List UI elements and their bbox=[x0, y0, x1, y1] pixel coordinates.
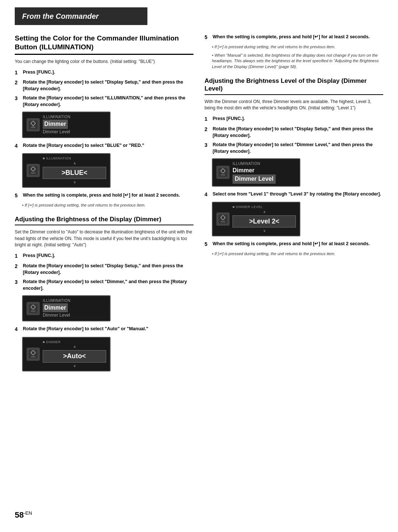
dimmer-step-1: 1 Press [FUNC.]. bbox=[15, 253, 193, 260]
svg-rect-21 bbox=[31, 310, 35, 312]
dimmer-level-step-4: 4 Select one from "Level 1" through "Lev… bbox=[205, 191, 383, 198]
dimmer-level-step-5: 5 When the setting is complete, press an… bbox=[205, 241, 383, 248]
illumination-display-1: ILLUMINATION Dimmer Dimmer Level bbox=[22, 112, 111, 138]
svg-rect-14 bbox=[31, 172, 35, 174]
step-number: 3 bbox=[15, 279, 21, 286]
display-icon bbox=[27, 302, 40, 315]
dimmer-level-title: Adjusting the Brightness Level of the Di… bbox=[205, 77, 383, 95]
step-number: 3 bbox=[15, 95, 21, 102]
dimmer-level-display-1: ILLUMINATION Dimmer Dimmer Level bbox=[212, 158, 300, 187]
display-icon bbox=[27, 348, 40, 361]
step-number: 1 bbox=[205, 116, 211, 123]
display-content: ILLUMINATION Dimmer Dimmer Level bbox=[43, 298, 106, 318]
step-number: 5 bbox=[205, 34, 211, 41]
color-setting-title: Setting the Color for the Commander Illu… bbox=[15, 34, 193, 55]
display-bottom: Dimmer Level bbox=[43, 312, 106, 318]
select-label: ■ DIMMER bbox=[43, 340, 106, 345]
display-icon bbox=[27, 118, 40, 131]
step-text: When the setting is complete, press and … bbox=[213, 34, 370, 40]
step-text: Rotate the [Rotary encoder] to select "I… bbox=[23, 95, 193, 108]
display-icon bbox=[216, 166, 230, 179]
arrow-up: ∧ bbox=[43, 161, 106, 166]
svg-rect-28 bbox=[31, 356, 35, 357]
svg-rect-42 bbox=[221, 221, 225, 222]
left-column: Setting the Color for the Commander Illu… bbox=[15, 34, 193, 376]
dimmer-level-display-2: ■ DIMMER LEVEL ∧ >Level 2< ∨ bbox=[212, 202, 300, 236]
right-column: 5 When the setting is complete, press an… bbox=[205, 34, 383, 376]
step-text: Press [FUNC.]. bbox=[213, 116, 245, 122]
svg-rect-6 bbox=[31, 127, 35, 128]
illumination-display-2: ■ ILLUMINATION ∧ >BLUE< ∨ bbox=[22, 153, 111, 188]
color-step-5-right: 5 When the setting is complete, press an… bbox=[205, 34, 383, 41]
color-step-2: 2 Rotate the [Rotary encoder] to select … bbox=[15, 79, 193, 92]
display-content: ILLUMINATION Dimmer Dimmer Level bbox=[233, 161, 296, 184]
right-note-2: When "Manual" is selected, the brightnes… bbox=[212, 53, 383, 70]
dimmer-step-2: 2 Rotate the [Rotary encoder] to select … bbox=[15, 263, 193, 276]
step-text: Rotate the [Rotary encoder] to select "B… bbox=[23, 142, 144, 149]
select-value: >BLUE< bbox=[43, 167, 106, 179]
arrow-down: ∨ bbox=[43, 363, 106, 369]
step-number: 4 bbox=[205, 191, 211, 198]
page: From the Commander Setting the Color for… bbox=[0, 0, 398, 532]
dimmer-level-step-3: 3 Rotate the [Rotary encoder] to select … bbox=[205, 142, 383, 155]
step-text: Press [FUNC.]. bbox=[23, 253, 55, 259]
select-value: >Level 2< bbox=[233, 215, 296, 228]
arrow-up: ∧ bbox=[233, 209, 296, 215]
dimmer-level-step-1: 1 Press [FUNC.]. bbox=[205, 116, 383, 123]
display-bottom: Dimmer Level bbox=[43, 129, 106, 135]
dimmer-title: Adjusting the Brightness of the Display … bbox=[15, 215, 193, 225]
dimmer-display-1: ILLUMINATION Dimmer Dimmer Level bbox=[22, 295, 111, 321]
dimmer-intro: Set the Dimmer control to "Auto" to decr… bbox=[15, 229, 193, 248]
step-text: Press [FUNC.]. bbox=[23, 69, 55, 76]
display-main: Dimmer bbox=[43, 303, 68, 312]
header-banner: From the Commander bbox=[15, 7, 147, 25]
dimmer-display-2: ■ DIMMER ∧ >Auto< ∨ bbox=[22, 337, 111, 371]
step-number: 2 bbox=[205, 126, 211, 133]
two-column-layout: Setting the Color for the Commander Illu… bbox=[15, 34, 383, 376]
step-text: Rotate the [Rotary encoder] to select "D… bbox=[23, 263, 193, 276]
color-note-1: If [↵] is pressed during setting, the un… bbox=[22, 202, 193, 208]
svg-rect-35 bbox=[221, 174, 225, 176]
dimmer-level-intro: With the Dimmer control ON, three Dimmer… bbox=[205, 99, 383, 112]
step-text: Rotate the [Rotary encoder] to select "D… bbox=[213, 126, 383, 139]
step-text: Rotate the [Rotary encoder] to select "D… bbox=[23, 79, 193, 92]
step-text: Rotate the [Rotary encoder] to select "D… bbox=[23, 279, 193, 292]
arrow-up: ∧ bbox=[43, 344, 106, 349]
dimmer-step-4: 4 Rotate the [Rotary encoder] to select … bbox=[15, 326, 193, 333]
step-text: Rotate the [Rotary encoder] to select "A… bbox=[23, 326, 148, 332]
step-text: When the setting is complete, press and … bbox=[213, 241, 370, 247]
step-text: When the setting is complete, press and … bbox=[23, 192, 180, 199]
display-icon bbox=[216, 212, 230, 226]
page-number: 58-EN bbox=[15, 510, 32, 521]
right-note-1: If [↵] is pressed during setting, the un… bbox=[212, 44, 383, 50]
arrow-down: ∨ bbox=[233, 228, 296, 233]
step-number: 1 bbox=[15, 253, 21, 260]
step-number: 3 bbox=[205, 142, 211, 149]
step-text: Rotate the [Rotary encoder] to select "D… bbox=[213, 142, 383, 155]
display-label: ILLUMINATION bbox=[233, 161, 296, 166]
display-label: ILLUMINATION bbox=[43, 114, 106, 120]
dimmer-step-3: 3 Rotate the [Rotary encoder] to select … bbox=[15, 279, 193, 292]
select-value: >Auto< bbox=[43, 350, 106, 362]
display-main: Dimmer bbox=[43, 120, 68, 128]
select-content: ■ DIMMER LEVEL ∧ >Level 2< ∨ bbox=[233, 205, 296, 233]
color-step-4: 4 Rotate the [Rotary encoder] to select … bbox=[15, 142, 193, 150]
step-number: 1 bbox=[15, 69, 21, 77]
select-label: ■ DIMMER LEVEL bbox=[233, 205, 296, 209]
display-bottom-highlight: Dimmer Level bbox=[233, 175, 276, 183]
arrow-down: ∨ bbox=[43, 180, 106, 185]
display-icon bbox=[27, 164, 40, 177]
select-content: ■ DIMMER ∧ >Auto< ∨ bbox=[43, 340, 106, 369]
step-number: 2 bbox=[15, 79, 21, 87]
select-label: ■ ILLUMINATION bbox=[43, 156, 106, 161]
color-setting-intro: You can change the lighting color of the… bbox=[15, 59, 193, 65]
dimmer-level-note-1: If [↵] is pressed during setting, the un… bbox=[212, 251, 383, 257]
color-step-1: 1 Press [FUNC.]. bbox=[15, 69, 193, 77]
dimmer-level-step-2: 2 Rotate the [Rotary encoder] to select … bbox=[205, 126, 383, 139]
display-label: ILLUMINATION bbox=[43, 298, 106, 303]
color-step-3: 3 Rotate the [Rotary encoder] to select … bbox=[15, 95, 193, 108]
select-content: ■ ILLUMINATION ∧ >BLUE< ∨ bbox=[43, 156, 106, 185]
step-number: 5 bbox=[15, 192, 21, 200]
display-main: Dimmer bbox=[233, 166, 296, 175]
color-step-5: 5 When the setting is complete, press an… bbox=[15, 192, 193, 200]
